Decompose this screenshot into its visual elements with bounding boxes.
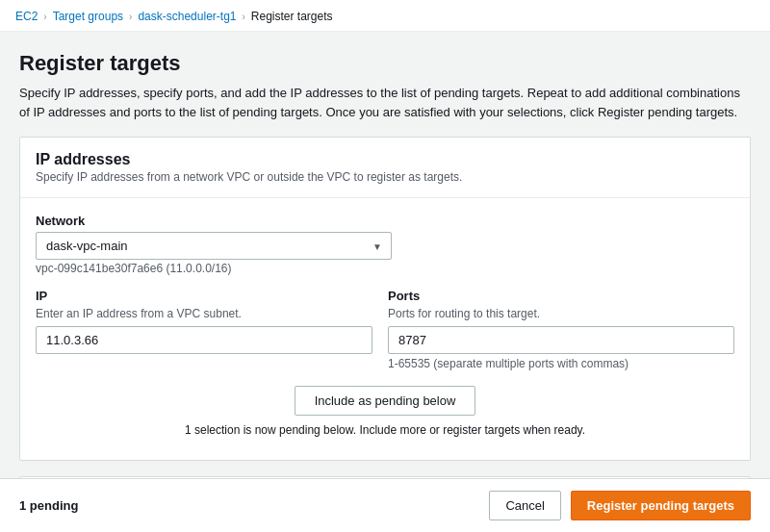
page-description: Specify IP addresses, specify ports, and… [19,84,751,121]
cancel-button[interactable]: Cancel [489,491,560,520]
register-pending-targets-button[interactable]: Register pending targets [571,491,751,520]
breadcrumb-target-groups[interactable]: Target groups [53,10,123,23]
ports-hint: 1-65535 (separate multiple ports with co… [388,357,734,370]
breadcrumb: EC2 › Target groups › dask-scheduler-tg1… [0,0,770,32]
breadcrumb-current: Register targets [251,10,333,23]
footer: 1 pending Cancel Register pending target… [0,478,770,532]
ports-sublabel: Ports for routing to this target. [388,307,734,320]
ip-ports-row: IP Enter an IP address from a VPC subnet… [36,289,734,370]
include-pending-button[interactable]: Include as pending below [295,386,476,416]
ip-addresses-card: IP addresses Specify IP addresses from a… [19,137,751,461]
ports-label: Ports [388,289,734,303]
ip-addresses-header: IP addresses Specify IP addresses from a… [20,138,750,198]
ip-field-group: IP Enter an IP address from a VPC subnet… [36,289,372,354]
ip-addresses-title: IP addresses [36,151,734,168]
network-vpc-desc: vpc-099c141be30f7a6e6 (11.0.0.0/16) [36,262,734,275]
breadcrumb-ec2[interactable]: EC2 [15,10,38,23]
ip-addresses-desc: Specify IP addresses from a network VPC … [36,170,734,184]
network-select-wrapper: dask-vpc-main ▼ [36,232,392,260]
ip-label: IP [36,289,372,303]
ip-sublabel: Enter an IP address from a VPC subnet. [36,307,372,320]
footer-actions: Cancel Register pending targets [489,491,751,520]
ports-field-group: Ports Ports for routing to this target. … [388,289,734,370]
footer-status: 1 pending [19,498,78,513]
breadcrumb-sep-1: › [43,12,46,22]
ip-addresses-body: Network dask-vpc-main ▼ vpc-099c141be30f… [20,198,750,460]
breadcrumb-sep-2: › [129,12,132,22]
pending-note: 1 selection is now pending below. Includ… [185,423,585,437]
page-title: Register targets [19,51,751,76]
ip-input[interactable] [36,326,372,354]
ports-input[interactable] [388,326,734,354]
network-select[interactable]: dask-vpc-main [36,232,392,260]
include-pending-row: Include as pending below 1 selection is … [36,386,734,437]
network-label: Network [36,214,734,228]
breadcrumb-sep-3: › [242,12,244,22]
network-group: Network dask-vpc-main ▼ vpc-099c141be30f… [36,214,734,275]
breadcrumb-tg1[interactable]: dask-scheduler-tg1 [138,10,236,23]
